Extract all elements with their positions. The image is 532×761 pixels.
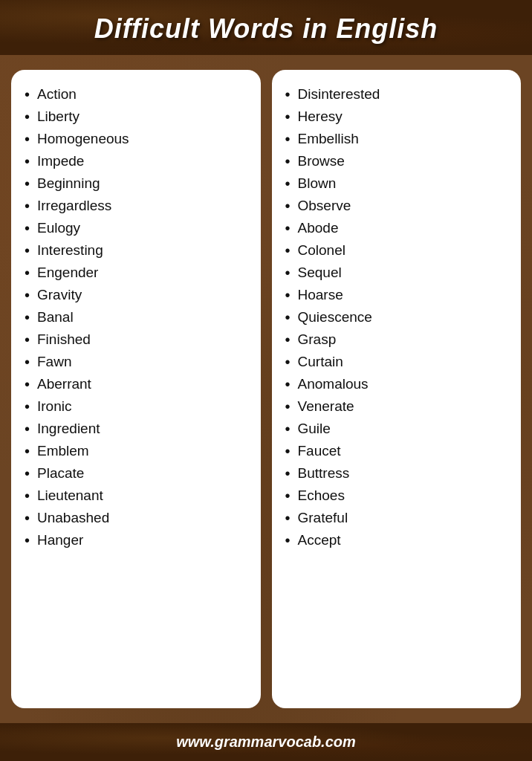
list-item: Disinterested	[285, 83, 514, 106]
list-item: Grateful	[285, 507, 514, 529]
list-item: Grasp	[285, 328, 514, 351]
right-word-list-container: DisinterestedHeresyEmbellishBrowseBlownO…	[272, 70, 522, 708]
list-item: Embellish	[285, 128, 514, 150]
list-item: Echoes	[285, 485, 514, 507]
list-item: Banal	[25, 306, 253, 328]
footer: www.grammarvocab.com	[0, 723, 532, 761]
list-item: Interesting	[25, 239, 253, 262]
list-item: Beginning	[25, 172, 253, 195]
list-item: Lieutenant	[25, 485, 253, 507]
list-item: Abode	[285, 217, 514, 239]
list-item: Action	[25, 83, 253, 106]
list-item: Buttress	[285, 462, 514, 485]
left-word-list: ActionLibertyHomogeneousImpedeBeginningI…	[25, 83, 253, 551]
list-item: Emblem	[25, 440, 253, 462]
list-item: Colonel	[285, 239, 514, 262]
list-item: Placate	[25, 462, 253, 485]
list-item: Aberrant	[25, 373, 253, 395]
list-item: Sequel	[285, 262, 514, 284]
list-item: Hoarse	[285, 284, 514, 306]
list-item: Engender	[25, 262, 253, 284]
left-word-list-container: ActionLibertyHomogeneousImpedeBeginningI…	[11, 70, 261, 708]
list-item: Faucet	[285, 440, 514, 462]
list-item: Accept	[285, 529, 514, 551]
right-word-list: DisinterestedHeresyEmbellishBrowseBlownO…	[285, 83, 514, 551]
list-item: Irregardless	[25, 195, 253, 217]
list-item: Blown	[285, 172, 514, 195]
list-item: Observe	[285, 195, 514, 217]
list-item: Gravity	[25, 284, 253, 306]
list-item: Eulogy	[25, 217, 253, 239]
list-item: Heresy	[285, 106, 514, 128]
list-item: Liberty	[25, 106, 253, 128]
list-item: Curtain	[285, 351, 514, 373]
list-item: Fawn	[25, 351, 253, 373]
list-item: Anomalous	[285, 373, 514, 395]
list-item: Finished	[25, 328, 253, 351]
list-item: Unabashed	[25, 507, 253, 529]
list-item: Browse	[285, 150, 514, 172]
list-item: Guile	[285, 418, 514, 440]
list-item: Quiescence	[285, 306, 514, 328]
footer-url: www.grammarvocab.com	[176, 734, 356, 750]
list-item: Hanger	[25, 529, 253, 551]
list-item: Homogeneous	[25, 128, 253, 150]
list-item: Venerate	[285, 395, 514, 418]
list-item: Ingredient	[25, 418, 253, 440]
page-title: Difficult Words in English	[15, 13, 517, 45]
header: Difficult Words in English	[0, 0, 532, 55]
main-content: ActionLibertyHomogeneousImpedeBeginningI…	[0, 55, 532, 723]
list-item: Ironic	[25, 395, 253, 418]
list-item: Impede	[25, 150, 253, 172]
